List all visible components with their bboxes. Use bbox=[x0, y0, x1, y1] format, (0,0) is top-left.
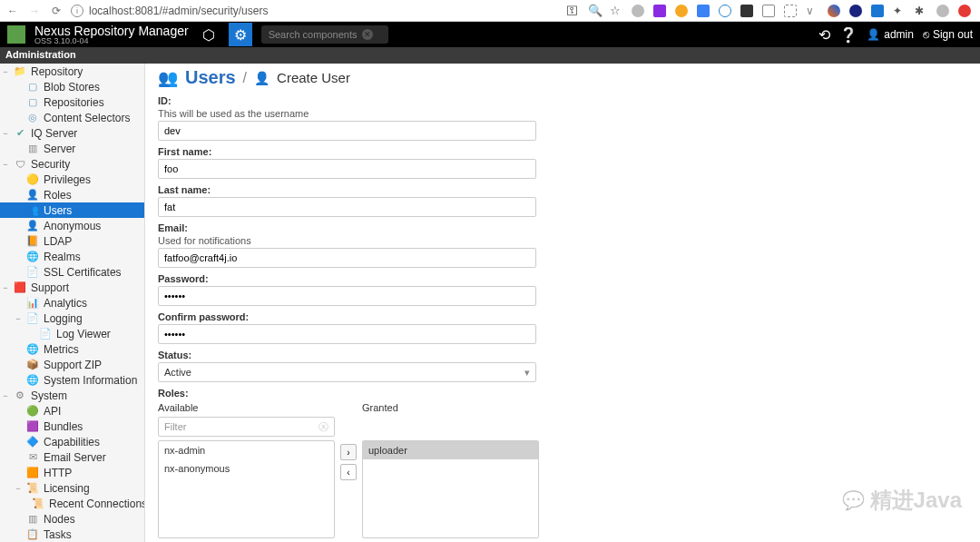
sidebar-item-analytics[interactable]: 📊Analytics bbox=[0, 295, 144, 310]
ext-icon[interactable] bbox=[936, 5, 949, 17]
move-right-button[interactable]: › bbox=[340, 444, 357, 460]
expander-icon[interactable]: − bbox=[2, 129, 9, 138]
email-field[interactable] bbox=[158, 248, 536, 268]
filter-input[interactable]: Filter ⓧ bbox=[158, 417, 335, 437]
granted-list[interactable]: uploader bbox=[362, 440, 539, 538]
refresh-icon[interactable]: ⟲ bbox=[818, 26, 830, 44]
sidebar-item-content-selectors[interactable]: ◎Content Selectors bbox=[0, 110, 144, 125]
id-field[interactable] bbox=[158, 121, 536, 141]
available-list[interactable]: nx-adminnx-anonymous bbox=[158, 440, 335, 538]
confirm-password-field[interactable] bbox=[158, 324, 536, 344]
list-item[interactable]: nx-admin bbox=[159, 441, 334, 459]
sidebar-item-ssl-certificates[interactable]: 📄SSL Certificates bbox=[0, 264, 144, 280]
expander-icon[interactable]: − bbox=[2, 283, 9, 292]
move-left-button[interactable]: ‹ bbox=[340, 464, 357, 480]
sidebar-item-system-information[interactable]: 🌐System Information bbox=[0, 372, 144, 388]
sidebar-item-licensing[interactable]: −📜Licensing bbox=[0, 480, 144, 496]
nexus-logo-icon bbox=[7, 25, 25, 44]
sidebar-item-roles[interactable]: 👤Roles bbox=[0, 187, 144, 202]
ext-icon[interactable] bbox=[762, 5, 775, 17]
reload-icon[interactable]: ⟳ bbox=[49, 4, 64, 18]
sidebar-item-system[interactable]: −⚙System bbox=[0, 388, 144, 403]
ext-icon[interactable] bbox=[958, 5, 971, 17]
sidebar-item-users[interactable]: 👥Users bbox=[0, 202, 144, 218]
firstname-field[interactable] bbox=[158, 159, 536, 179]
ext-icon[interactable] bbox=[784, 5, 797, 17]
ext-icon[interactable] bbox=[871, 5, 884, 17]
star-icon[interactable]: ☆ bbox=[610, 5, 622, 17]
sidebar-item-metrics[interactable]: 🌐Metrics bbox=[0, 341, 144, 357]
tree-icon: 📁 bbox=[14, 65, 26, 78]
sidebar-item-label: Content Selectors bbox=[44, 112, 130, 124]
url-bar[interactable]: i localhost:8081/#admin/security/users bbox=[71, 5, 559, 17]
list-item[interactable]: uploader bbox=[363, 441, 538, 459]
sidebar-item-api[interactable]: 🟢API bbox=[0, 403, 144, 419]
help-icon[interactable]: ❔ bbox=[839, 26, 858, 44]
sidebar-item-iq-server[interactable]: −✔IQ Server bbox=[0, 125, 144, 141]
tree-icon: 🌐 bbox=[26, 374, 39, 387]
sidebar-item-support-zip[interactable]: 📦Support ZIP bbox=[0, 357, 144, 372]
create-user-icon: 👤 bbox=[254, 71, 270, 85]
ext-icon[interactable] bbox=[653, 5, 666, 17]
key-icon[interactable]: ⚿ bbox=[566, 5, 579, 17]
status-select[interactable]: Active ▾ bbox=[158, 362, 536, 382]
sidebar-item-email-server[interactable]: ✉Email Server bbox=[0, 449, 144, 465]
sidebar-item-support[interactable]: −🟥Support bbox=[0, 280, 144, 295]
ext-icon[interactable] bbox=[697, 5, 710, 17]
browse-icon[interactable]: ⬡ bbox=[198, 24, 220, 45]
sidebar-item-nodes[interactable]: ▥Nodes bbox=[0, 511, 144, 527]
expander-icon[interactable]: − bbox=[2, 160, 9, 169]
sidebar-item-server[interactable]: ▥Server bbox=[0, 141, 144, 156]
password-label: Password: bbox=[158, 273, 967, 284]
ext-icon[interactable] bbox=[675, 5, 688, 17]
signout-button[interactable]: ⎋ Sign out bbox=[923, 28, 973, 41]
forward-icon[interactable]: → bbox=[27, 4, 42, 18]
sidebar-item-label: Support ZIP bbox=[44, 359, 102, 371]
tree-icon: ⚙ bbox=[14, 389, 26, 402]
sidebar-item-anonymous[interactable]: 👤Anonymous bbox=[0, 218, 144, 233]
ext-puzzle-icon[interactable]: ✱ bbox=[915, 5, 927, 17]
page-title[interactable]: Users bbox=[185, 67, 236, 88]
ext-icon[interactable]: ∨ bbox=[806, 5, 818, 17]
lastname-field[interactable] bbox=[158, 197, 536, 217]
clear-filter-icon[interactable]: ⓧ bbox=[318, 420, 328, 434]
search-input[interactable]: Search components ✕ bbox=[261, 25, 388, 44]
sidebar-item-log-viewer[interactable]: 📄Log Viewer bbox=[0, 326, 144, 341]
sidebar-item-ldap[interactable]: 📙LDAP bbox=[0, 233, 144, 249]
sidebar-item-recent-connections[interactable]: 📜Recent Connections bbox=[0, 496, 144, 511]
expander-icon[interactable]: − bbox=[15, 314, 22, 323]
sidebar-item-security[interactable]: −🛡Security bbox=[0, 156, 144, 172]
ext-icon[interactable] bbox=[719, 5, 731, 17]
sidebar-item-repository[interactable]: −📁Repository bbox=[0, 64, 144, 79]
sidebar-item-blob-stores[interactable]: ▢Blob Stores bbox=[0, 79, 144, 94]
password-field[interactable] bbox=[158, 286, 536, 306]
sidebar-item-privileges[interactable]: 🟡Privileges bbox=[0, 172, 144, 187]
ext-icon[interactable] bbox=[849, 5, 862, 17]
ext-icon[interactable] bbox=[740, 5, 753, 17]
admin-gear-icon[interactable]: ⚙ bbox=[229, 23, 252, 46]
site-info-icon[interactable]: i bbox=[71, 5, 83, 17]
tree-icon: 🌐 bbox=[26, 343, 39, 356]
sidebar-item-label: Realms bbox=[44, 251, 81, 263]
sidebar-item-bundles[interactable]: 🟪Bundles bbox=[0, 419, 144, 434]
sidebar-item-realms[interactable]: 🌐Realms bbox=[0, 249, 144, 264]
list-item[interactable]: nx-anonymous bbox=[159, 459, 334, 478]
signout-icon: ⎋ bbox=[923, 28, 929, 41]
sidebar-item-capabilities[interactable]: 🔷Capabilities bbox=[0, 434, 144, 449]
sidebar-item-label: HTTP bbox=[44, 467, 72, 479]
expander-icon[interactable]: − bbox=[2, 67, 9, 76]
ext-icon[interactable] bbox=[828, 5, 840, 17]
sidebar-item-tasks[interactable]: 📋Tasks bbox=[0, 527, 144, 542]
search-glass-icon[interactable]: 🔍 bbox=[588, 5, 601, 17]
expander-icon[interactable]: − bbox=[2, 391, 9, 400]
watermark: 💬 精进Java bbox=[842, 486, 962, 515]
sidebar-item-http[interactable]: 🟧HTTP bbox=[0, 465, 144, 480]
user-menu[interactable]: 👤 admin bbox=[867, 28, 914, 41]
expander-icon[interactable]: − bbox=[15, 484, 22, 493]
ext-icon[interactable]: ✦ bbox=[893, 5, 906, 17]
ext-icon[interactable] bbox=[632, 5, 644, 17]
back-icon[interactable]: ← bbox=[5, 4, 20, 18]
clear-icon[interactable]: ✕ bbox=[362, 29, 373, 40]
sidebar-item-logging[interactable]: −📄Logging bbox=[0, 310, 144, 326]
sidebar-item-repositories[interactable]: ▢Repositories bbox=[0, 94, 144, 110]
